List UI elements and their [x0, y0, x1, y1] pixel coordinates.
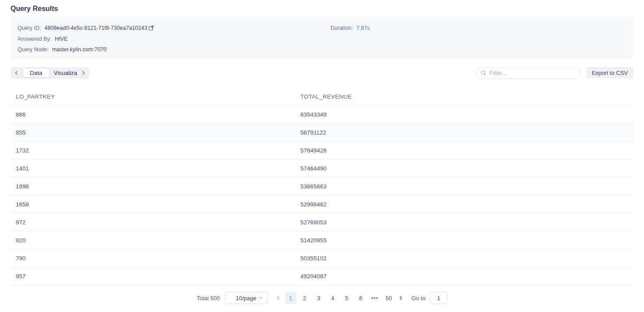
cell-lo-partkey: 855	[16, 129, 300, 136]
query-node-row: Query Node: master.kylin.com:7070	[18, 44, 626, 55]
page-title: Query Results	[11, 0, 633, 13]
cell-lo-partkey: 920	[16, 237, 300, 244]
table-row: 790 50355102	[11, 249, 633, 267]
result-tabs: Data Visualiza	[11, 67, 89, 79]
cell-lo-partkey: 1658	[16, 201, 300, 208]
cell-lo-partkey: 1732	[16, 147, 300, 154]
answered-by-row: Answered By: HIVE	[18, 34, 626, 44]
query-id-label: Query ID:	[18, 25, 41, 31]
query-id-value: 4809ead0-4e5c-9121-71f8-730ea7a10243	[45, 25, 148, 31]
prev-page-icon[interactable]	[273, 292, 284, 304]
query-info-panel: Query ID: 4809ead0-4e5c-9121-71f8-730ea7…	[11, 17, 633, 59]
cell-total-revenue: 58791122	[300, 129, 628, 136]
results-table: LO_PARTKEY TOTAL_REVENUE 866 63543349 85…	[11, 88, 633, 285]
pagination-total: Total 500	[197, 295, 220, 301]
table-row: 972 52769053	[11, 213, 633, 231]
cell-lo-partkey: 1401	[16, 165, 300, 172]
duration-label: Duration:	[331, 25, 353, 31]
tab-scroll-left-icon[interactable]	[14, 71, 18, 75]
cell-total-revenue: 51420955	[300, 237, 628, 244]
page-number-button[interactable]: 50	[383, 292, 394, 304]
more-pages-icon[interactable]: •••	[369, 292, 380, 304]
query-node-label: Query Node:	[18, 46, 49, 53]
next-page-icon[interactable]	[396, 292, 406, 304]
cell-total-revenue: 63543349	[300, 111, 628, 118]
table-row: 1996 53665663	[11, 177, 633, 195]
table-row: 855 58791122	[11, 124, 633, 142]
tab-data[interactable]: Data	[23, 68, 49, 78]
toolbar-right: Export to CSV	[476, 67, 633, 79]
cell-total-revenue: 57649426	[300, 147, 628, 154]
search-icon	[481, 70, 486, 76]
filter-box	[476, 67, 581, 79]
cell-lo-partkey: 1996	[16, 183, 300, 190]
page-number-button[interactable]: 2	[299, 292, 310, 304]
cell-lo-partkey: 972	[16, 219, 300, 226]
cell-total-revenue: 53665663	[300, 183, 628, 190]
goto-label: Go to	[412, 295, 426, 301]
duration-value: 7.87s	[356, 25, 370, 31]
table-row: 920 51420955	[11, 231, 633, 249]
pagination: Total 500 10/page 1 2 3 4 5 6 ••• 50 Go …	[11, 292, 633, 304]
page-size-select[interactable]: 10/page	[225, 292, 267, 304]
tab-scroll-right-icon[interactable]	[81, 71, 85, 75]
cell-lo-partkey: 790	[16, 255, 300, 262]
chevron-down-icon	[258, 296, 263, 300]
query-results-page: Query Results Query ID: 4809ead0-4e5c-91…	[0, 0, 644, 304]
tab-visualization[interactable]: Visualiza	[54, 70, 77, 76]
cell-lo-partkey: 866	[16, 111, 300, 118]
page-number-button[interactable]: 5	[341, 292, 352, 304]
filter-input[interactable]	[489, 70, 576, 76]
pagination-pages: 1 2 3 4 5 6 ••• 50	[284, 292, 396, 304]
page-size-value: 10/page	[236, 295, 256, 301]
table-body: 866 63543349 855 58791122 1732 57649426 …	[11, 106, 633, 285]
cell-total-revenue: 52998462	[300, 201, 628, 208]
page-number-button[interactable]: 4	[327, 292, 338, 304]
query-node-value: master.kylin.com:7070	[52, 46, 106, 53]
table-row: 1658 52998462	[11, 195, 633, 213]
cell-total-revenue: 50355102	[300, 255, 628, 262]
table-row: 866 63543349	[11, 106, 633, 124]
answered-by-value: HIVE	[55, 36, 67, 42]
column-header-lo-partkey: LO_PARTKEY	[16, 93, 300, 100]
external-link-icon[interactable]	[148, 25, 154, 31]
table-row: 957 49204087	[11, 267, 633, 285]
page-number-button[interactable]: 6	[355, 292, 366, 304]
goto-page-input[interactable]	[430, 292, 447, 304]
query-id-row: Query ID: 4809ead0-4e5c-9121-71f8-730ea7…	[18, 23, 626, 33]
duration-row: Duration: 7.87s	[331, 23, 370, 33]
export-csv-button[interactable]: Export to CSV	[586, 67, 633, 78]
cell-total-revenue: 57464490	[300, 165, 628, 172]
table-header-row: LO_PARTKEY TOTAL_REVENUE	[11, 88, 633, 106]
cell-total-revenue: 52769053	[300, 219, 628, 226]
table-row: 1732 57649426	[11, 142, 633, 160]
cell-total-revenue: 49204087	[300, 273, 628, 280]
page-number-button[interactable]: 3	[313, 292, 324, 304]
column-header-total-revenue: TOTAL_REVENUE	[300, 93, 628, 100]
answered-by-label: Answered By:	[18, 36, 51, 42]
table-row: 1401 57464490	[11, 160, 633, 177]
results-toolbar: Data Visualiza Export to CSV	[11, 67, 633, 79]
cell-lo-partkey: 957	[16, 273, 300, 280]
page-number-button[interactable]: 1	[285, 292, 296, 304]
